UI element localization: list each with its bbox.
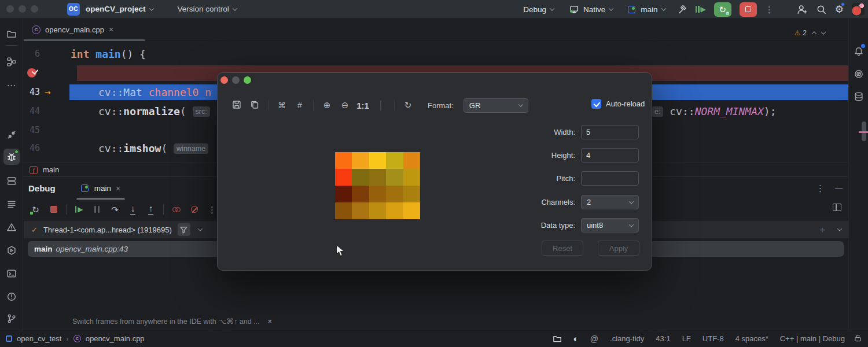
prev-warning-icon[interactable]	[812, 31, 816, 36]
more-actions-icon[interactable]: ⋮	[765, 5, 774, 14]
user-avatar[interactable]	[852, 3, 865, 16]
run-config-selector[interactable]: Debug	[523, 5, 554, 14]
search-everywhere-icon[interactable]	[816, 4, 827, 15]
step-out-icon[interactable]: ↑	[144, 202, 158, 216]
build-hammer-icon[interactable]	[677, 4, 687, 14]
project-menu[interactable]: openCV_project	[86, 5, 153, 13]
format-select[interactable]: GR	[464, 98, 528, 113]
step-over-icon[interactable]: ↷	[108, 202, 122, 216]
toolbar-divider	[163, 204, 164, 215]
logs-lines-icon[interactable]	[3, 196, 20, 212]
ai-assistant-icon[interactable]	[851, 66, 867, 82]
dialog-close-button[interactable]	[220, 76, 228, 84]
statusbar-file[interactable]: opencv_main.cpp	[86, 334, 145, 343]
run-session-tab[interactable]: main	[628, 5, 665, 14]
breadcrumb-function[interactable]: main	[43, 165, 59, 174]
resume-program-icon[interactable]: ▶	[696, 6, 706, 13]
stop-icon[interactable]	[46, 202, 61, 216]
chevron-down-icon[interactable]	[837, 226, 842, 231]
layout-settings-icon[interactable]	[833, 204, 841, 211]
dialog-zoom-button[interactable]	[244, 76, 251, 84]
save-icon[interactable]	[230, 100, 243, 111]
indent-widget[interactable]: 4 spaces*	[735, 334, 768, 343]
target-selector[interactable]: Native	[569, 4, 613, 14]
services-icon[interactable]	[3, 173, 20, 189]
debug-session-tab[interactable]: main ×	[76, 177, 125, 200]
inspections-circle-icon[interactable]	[3, 289, 20, 305]
clang-tidy-widget[interactable]: .clang-tidy	[610, 334, 644, 343]
tab-scrollbar[interactable]	[24, 39, 145, 41]
reload-icon[interactable]: ↻	[402, 100, 414, 110]
statusbar-project[interactable]: open_cv_test	[17, 334, 61, 343]
notifications-bell-icon[interactable]	[851, 43, 867, 60]
editor-tab[interactable]: C opencv_main.cpp ×	[24, 19, 122, 40]
window-zoom-button[interactable]	[31, 5, 38, 13]
height-input[interactable]	[581, 148, 639, 163]
pause-icon[interactable]	[90, 202, 104, 216]
run-hexagon-icon[interactable]	[3, 242, 20, 259]
matrix-cell	[369, 169, 386, 186]
more-toolwindows-icon[interactable]: ⋯	[3, 77, 20, 93]
mute-breakpoints-icon[interactable]	[169, 202, 183, 216]
folder-icon[interactable]	[553, 334, 562, 344]
stop-button[interactable]	[740, 2, 757, 17]
width-input[interactable]	[581, 125, 639, 139]
execution-pointer-icon: →	[45, 84, 50, 100]
code-line-6[interactable]: 6 int main() {	[24, 46, 848, 62]
autoreload-checkbox[interactable]	[591, 99, 601, 109]
apply-button[interactable]: Apply	[598, 241, 639, 256]
crop-frame-icon[interactable]: #	[293, 101, 306, 110]
matrix-cell	[403, 152, 420, 169]
debug-toolwindow-icon[interactable]	[3, 149, 20, 165]
code-with-me-icon[interactable]	[797, 4, 808, 15]
panel-options-icon[interactable]: ⋮	[816, 184, 825, 193]
window-close-button[interactable]	[6, 5, 14, 13]
plug-icon[interactable]	[3, 127, 20, 143]
pitch-input[interactable]	[581, 171, 639, 186]
fit-to-window-icon[interactable]: ⌘	[275, 101, 288, 110]
write-access-lock-icon[interactable]	[854, 334, 862, 344]
step-into-icon[interactable]: ↓	[126, 202, 140, 216]
resume-icon[interactable]: ▶	[72, 202, 86, 216]
autoreload-control[interactable]: Auto-reload	[591, 99, 645, 109]
next-warning-icon[interactable]	[821, 29, 826, 34]
rerun-icon[interactable]: ↻	[28, 202, 43, 216]
tab-close-icon[interactable]: ×	[116, 184, 120, 193]
copy-icon[interactable]	[248, 100, 261, 111]
window-minimize-button[interactable]	[19, 5, 26, 13]
error-stripe-mark[interactable]	[859, 131, 868, 133]
settings-gear-icon[interactable]: ⚙	[835, 3, 844, 16]
actual-size-button[interactable]: 1:1	[356, 101, 369, 110]
hide-panel-icon[interactable]: —	[835, 184, 843, 193]
datatype-select[interactable]: uint8	[581, 218, 639, 232]
add-watch-icon[interactable]: +	[819, 225, 825, 235]
rerun-debug-button[interactable]: ↻ ⚙	[714, 2, 731, 17]
reset-button[interactable]: Reset	[542, 241, 583, 256]
project-folder-icon[interactable]	[3, 26, 20, 42]
ai-status-icon[interactable]: @	[590, 334, 598, 344]
zoom-in-icon[interactable]: ⊕	[321, 100, 333, 110]
session-label: main	[641, 5, 657, 14]
dialog-minimize-button[interactable]	[232, 76, 240, 84]
structure-icon[interactable]	[3, 54, 20, 70]
theme-contrast-icon[interactable]: ◐	[573, 334, 579, 344]
inspection-widget[interactable]: ⚠ 2	[795, 29, 825, 37]
problems-triangle-icon[interactable]	[3, 219, 20, 235]
chevron-down-icon[interactable]	[198, 226, 203, 231]
git-branch-icon[interactable]	[3, 311, 20, 327]
ignore-breakpoints-icon[interactable]	[187, 202, 201, 216]
zoom-out-icon[interactable]: ⊖	[339, 100, 351, 110]
matrix-cell	[403, 186, 420, 202]
resolve-context-widget[interactable]: C++ | main | Debug	[780, 334, 845, 343]
caret-position-widget[interactable]: 43:1	[656, 334, 670, 343]
vcs-menu[interactable]: Version control	[178, 5, 237, 13]
encoding-widget[interactable]: UTF-8	[703, 334, 724, 343]
filter-funnel-icon[interactable]	[178, 223, 190, 236]
breakpoint-icon[interactable]	[27, 68, 36, 77]
terminal-icon[interactable]	[3, 265, 20, 282]
line-ending-widget[interactable]: LF	[682, 334, 691, 343]
hint-close-icon[interactable]: ×	[268, 317, 273, 326]
database-icon[interactable]	[851, 88, 867, 105]
channels-select[interactable]: 2	[581, 195, 639, 209]
tab-close-icon[interactable]: ×	[109, 25, 113, 34]
